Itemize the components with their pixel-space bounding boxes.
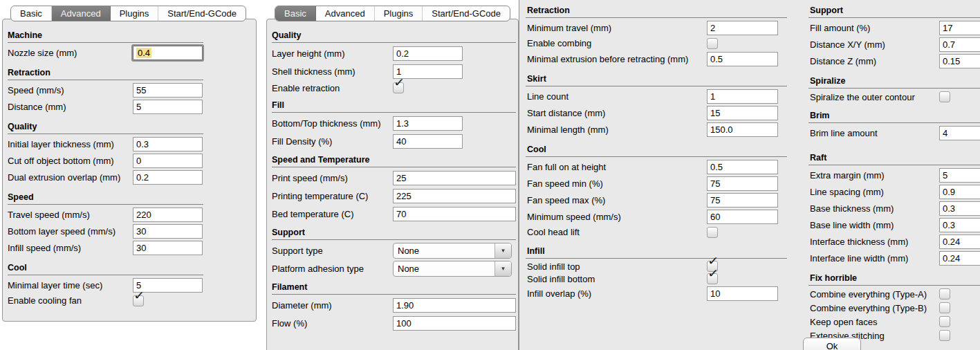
field-label: Platform adhesion type [267,264,364,274]
section-title: Skirt [526,73,797,84]
input-brim-line-amount[interactable] [939,126,980,140]
tab-plugins[interactable]: Plugins [375,6,423,21]
input-start-distance-mm[interactable] [707,106,778,120]
input-infill-overlap[interactable] [707,286,778,301]
input-print-speed-mm-s[interactable] [393,171,516,185]
checkbox-combine-everything-type-b[interactable] [939,302,950,313]
tab-advanced[interactable]: Advanced [316,6,375,21]
section-speed: SpeedTravel speed (mm/s)Bottom layer spe… [3,192,256,256]
checkbox-spiralize-the-outer-contour[interactable] [939,91,950,102]
input-diameter-mm[interactable] [393,298,516,313]
field-label: Speed (mm/s) [3,85,64,95]
input-dual-extrusion-overlap-mm[interactable] [133,170,203,185]
field-label: Brim line amount [808,128,878,138]
input-infill-speed-mm-s[interactable] [133,241,203,255]
tab-advanced[interactable]: Advanced [52,6,111,21]
checkbox-cool-head-lift[interactable] [707,227,718,238]
input-fan-full-on-at-height[interactable] [707,160,778,174]
field-label: Support type [267,246,323,256]
input-distance-z-mm[interactable] [939,54,980,68]
input-fill-amount[interactable] [939,21,980,35]
checkmark-icon: ✓ [394,77,405,89]
input-fan-speed-max[interactable] [707,193,778,208]
input-extra-margin-mm[interactable] [939,168,980,183]
checkbox-extensive-stitching[interactable] [939,330,950,341]
input-distance-mm[interactable] [133,100,203,114]
checkbox-enable-retraction[interactable]: ✓ [393,82,404,93]
checkbox-enable-combing[interactable] [707,38,718,49]
section-quality: QualityInitial layer thickness (mm)Cut o… [3,121,256,185]
input-bottom-top-thickness-mm[interactable] [393,116,463,131]
field-row: Bottom/Top thickness (mm) [267,114,518,132]
input-flow[interactable] [393,316,516,331]
field-row: Start distance (mm) [526,104,797,121]
input-base-thickness-mm[interactable] [939,201,980,216]
input-minimum-speed-mm-s[interactable] [707,210,778,224]
checkbox-solid-infill-bottom[interactable]: ✓ [707,273,718,284]
input-speed-mm-s[interactable] [133,83,203,98]
tab-start-end-gcode[interactable]: Start/End-GCode [423,6,510,21]
field-label: Cool head lift [526,227,580,237]
section-title: Brim [808,110,980,121]
field-row: Enable cooling fan✓ [3,293,256,308]
input-interface-thickness-mm[interactable] [939,234,980,249]
checkbox-enable-cooling-fan[interactable]: ✓ [133,295,144,306]
section-title: Fill [267,100,518,111]
input-distance-x-y-mm[interactable] [939,37,980,52]
input-bed-temperature-c[interactable] [393,207,516,221]
field-row: Enable retraction✓ [267,80,518,95]
field-label: Fill Density (%) [267,136,332,147]
input-initial-layer-thickness-mm[interactable] [133,137,203,151]
field-label: Bottom layer speed (mm/s) [3,226,115,237]
section-title: Fix horrible [808,273,980,284]
tab-basic[interactable]: Basic [275,6,316,21]
input-travel-speed-mm-s[interactable] [133,208,203,222]
section-title: Quality [267,30,518,41]
input-line-count[interactable] [707,89,778,104]
input-nozzle-size-mm[interactable]: 0.4 [133,46,203,60]
field-row: Line spacing (mm) [808,183,980,200]
section-brim: BrimBrim line amount [808,110,980,141]
select-support-type[interactable]: None▼ [393,243,512,259]
tab-plugins[interactable]: Plugins [111,6,159,21]
input-bottom-layer-speed-mm-s[interactable] [133,224,203,239]
section-title: Speed [3,192,256,203]
field-row: Line count [526,88,797,104]
input-cut-off-object-bottom-mm[interactable] [133,154,203,168]
field-label: Solid infill bottom [526,274,595,284]
input-printing-temperature-c[interactable] [393,189,516,203]
input-base-line-width-mm[interactable] [939,218,980,232]
tab-start-end-gcode[interactable]: Start/End-GCode [158,6,246,21]
checkbox-combine-everything-type-a[interactable] [939,288,950,300]
select-value: None [394,264,494,274]
input-fan-speed-min[interactable] [707,176,778,191]
input-minimal-length-mm[interactable] [707,122,778,137]
field-label: Line count [526,91,568,102]
section-divider [272,239,516,240]
field-label: Base thickness (mm) [808,203,894,214]
tab-bar: BasicAdvancedPluginsStart/End-GCode [275,6,510,21]
section-divider [526,17,787,18]
checkbox-keep-open-faces[interactable] [939,316,950,327]
select-platform-adhesion-type[interactable]: None▼ [393,261,512,277]
section-retraction: RetractionSpeed (mm/s)Distance (mm) [3,67,256,115]
section-divider [8,42,203,43]
input-minimal-extrusion-before-retracting-mm[interactable] [707,52,778,66]
input-interface-line-width-mm[interactable] [939,251,980,266]
section-title: Filament [267,282,518,293]
ok-button[interactable]: Ok [803,338,861,350]
field-row: Enable combing [526,36,797,50]
input-fill-density[interactable] [393,134,463,149]
field-label: Fan full on at height [526,162,606,172]
section-divider [8,204,203,205]
field-label: Nozzle size (mm) [3,48,77,58]
input-line-spacing-mm[interactable] [939,185,980,199]
input-minimum-travel-mm[interactable] [707,21,778,35]
field-row: Extra margin (mm) [808,167,980,183]
field-row: Fan speed min (%) [526,175,797,192]
field-row: Minimal layer time (sec) [3,277,256,293]
tab-basic[interactable]: Basic [11,6,52,21]
field-row: Combine everything (Type-A) [808,287,980,301]
input-layer-height-mm[interactable] [393,46,463,61]
field-label: Travel speed (mm/s) [3,210,90,220]
